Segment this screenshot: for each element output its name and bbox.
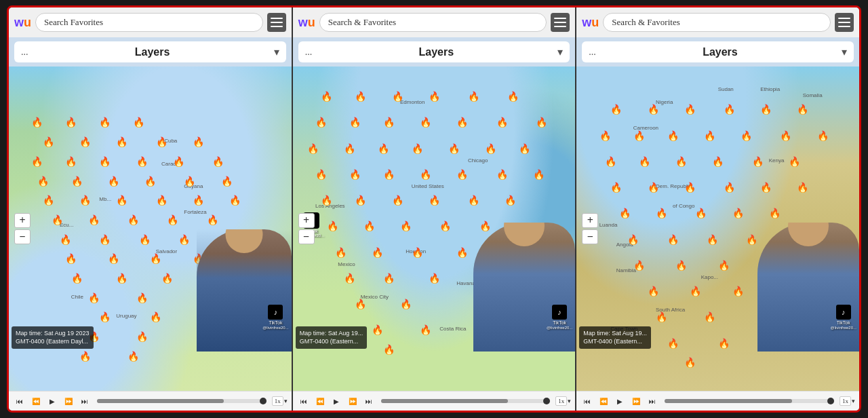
step-forward-button-1[interactable]: ⏩	[62, 395, 75, 407]
map-info-2: Map time: Sat Aug 19... GMT-0400 (Easter…	[296, 326, 368, 349]
tiktok-label-br-2: TikTok	[553, 320, 566, 325]
play-button-1[interactable]: ▶	[45, 395, 59, 407]
map-time-text-1: Map time: Sat Aug 19 2023	[16, 329, 90, 338]
tiktok-handle-3: @livinfree20...	[831, 326, 856, 330]
search-text-3: Search & Favorites	[612, 17, 679, 28]
play-button-2[interactable]: ▶	[330, 395, 343, 407]
hamburger-line	[554, 18, 566, 19]
step-forward-button-2[interactable]: ⏩	[346, 395, 359, 407]
map-info-3: Map time: Sat Aug 19... GMT-0400 (Easter…	[579, 326, 651, 349]
zoom-in-button-1[interactable]: +	[14, 213, 31, 228]
tiktok-icon-br-2: ♪	[552, 305, 567, 320]
zoom-out-button-2[interactable]: −	[298, 229, 315, 244]
step-back-button-3[interactable]: ⏪	[597, 395, 610, 407]
wu-logo-1: wu	[14, 16, 31, 28]
header-bar-3: wu Search & Favorites	[576, 7, 859, 37]
tiktok-label-1: TikTok	[269, 320, 282, 325]
search-text-2: Search & Favorites	[328, 17, 396, 28]
layers-bar-3[interactable]: ... Layers ▾	[582, 41, 854, 62]
person-overlay-1	[197, 229, 292, 352]
search-text-1: Search Favorites	[44, 17, 103, 28]
tiktok-watermark-3: ♪ TikTok @livinfree20...	[831, 305, 856, 330]
skip-back-button-1[interactable]: ⏮	[13, 395, 26, 407]
zoom-out-button-1[interactable]: −	[14, 229, 31, 244]
progress-track-1[interactable]	[97, 399, 267, 403]
layers-arrow-3: ▾	[842, 45, 847, 58]
layers-dots-1: ...	[21, 47, 28, 58]
play-button-3[interactable]: ▶	[613, 395, 627, 407]
skip-forward-button-3[interactable]: ⏭	[646, 395, 659, 407]
tiktok-handle-1: @livinfree20...	[262, 326, 288, 330]
wu-logo-2: wu	[298, 16, 315, 28]
step-forward-button-3[interactable]: ⏩	[629, 395, 643, 407]
map-africa: Nigeria Cameroon Sudan Ethiopia Somalia …	[576, 66, 859, 391]
map-tz-text-2: GMT-0400 (Eastern...	[300, 337, 363, 346]
panel-south-america: wu Search Favorites ... Layers ▾ Cuba Gu…	[9, 7, 293, 411]
map-south-america: Cuba Guyana Ecu... Fortaleza Salvador Ch…	[9, 66, 292, 391]
menu-button-3[interactable]	[835, 13, 854, 32]
person-head-2	[504, 223, 545, 246]
person-body-1	[197, 229, 292, 352]
step-back-button-2[interactable]: ⏪	[313, 395, 327, 407]
person-head-3	[788, 223, 829, 246]
menu-button-1[interactable]	[267, 13, 286, 32]
zoom-in-button-2[interactable]: +	[298, 213, 315, 228]
zoom-controls-2: + −	[298, 213, 315, 244]
hamburger-line	[838, 18, 850, 19]
speed-value-2[interactable]: 1x	[555, 396, 567, 406]
tiktok-label-3: TikTok	[837, 320, 850, 325]
hamburger-line	[838, 26, 850, 27]
layers-bar-1[interactable]: ... Layers ▾	[14, 41, 286, 62]
hamburger-line	[271, 22, 283, 23]
progress-thumb-3	[827, 398, 834, 404]
skip-back-button-2[interactable]: ⏮	[297, 395, 311, 407]
tiktok-icon-3: ♪	[836, 305, 851, 320]
tiktok-watermark-1: ♪ TikTok @livinfree20...	[262, 305, 288, 330]
map-time-text-3: Map time: Sat Aug 19...	[583, 329, 647, 338]
person-body-2	[473, 223, 575, 352]
zoom-out-button-3[interactable]: −	[582, 229, 598, 244]
zoom-controls-3: + −	[582, 213, 598, 244]
header-bar-1: wu Search Favorites	[9, 7, 292, 37]
map-north-america: Edmonton Los Angeles United States Houst…	[293, 66, 576, 391]
main-container: wu Search Favorites ... Layers ▾ Cuba Gu…	[7, 5, 861, 413]
skip-back-button-3[interactable]: ⏮	[580, 395, 594, 407]
progress-track-2[interactable]	[381, 399, 551, 403]
person-body-3	[757, 223, 859, 352]
map-info-1: Map time: Sat Aug 19 2023 GMT-0400 (East…	[12, 326, 94, 349]
menu-button-2[interactable]	[551, 13, 570, 32]
zoom-controls-1: + −	[14, 213, 31, 244]
layers-label-3: Layers	[603, 46, 837, 58]
hamburger-line	[271, 26, 283, 27]
person-head-1	[225, 229, 262, 253]
step-back-button-1[interactable]: ⏪	[29, 395, 43, 407]
speed-control-1[interactable]: 1x ▾	[272, 396, 288, 406]
layers-arrow-1: ▾	[274, 45, 279, 58]
progress-thumb-1	[260, 398, 267, 404]
search-bar-2[interactable]: Search & Favorites	[319, 13, 547, 32]
hamburger-line	[554, 26, 566, 27]
hamburger-line	[554, 22, 566, 23]
speed-control-3[interactable]: 1x ▾	[840, 396, 855, 406]
tiktok-watermark-2: ♪ TikTok @livinfree20...	[547, 305, 572, 330]
zoom-in-button-3[interactable]: +	[582, 213, 598, 228]
tiktok-icon-1: ♪	[268, 305, 283, 320]
progress-fill-1	[97, 399, 224, 403]
speed-value-1[interactable]: 1x	[272, 396, 283, 406]
speed-control-2[interactable]: 1x ▾	[555, 396, 571, 406]
panel-north-america: wu Search & Favorites ... Layers ▾ Edmon…	[293, 7, 577, 411]
layers-dots-3: ...	[589, 47, 596, 58]
progress-fill-2	[381, 399, 508, 403]
layers-bar-2[interactable]: ... Layers ▾	[298, 41, 570, 62]
speed-arrow-3: ▾	[852, 398, 855, 404]
skip-forward-button-1[interactable]: ⏭	[78, 395, 92, 407]
search-bar-3[interactable]: Search & Favorites	[603, 13, 831, 32]
speed-arrow-1: ▾	[284, 398, 288, 404]
speed-value-3[interactable]: 1x	[840, 396, 851, 406]
tiktok-handle-br-2: @livinfree20...	[547, 326, 572, 330]
progress-track-3[interactable]	[665, 399, 834, 403]
skip-forward-button-2[interactable]: ⏭	[362, 395, 376, 407]
search-bar-1[interactable]: Search Favorites	[35, 13, 263, 32]
map-tz-text-3: GMT-0400 (Eastern...	[583, 337, 647, 346]
layers-label-2: Layers	[319, 46, 553, 58]
